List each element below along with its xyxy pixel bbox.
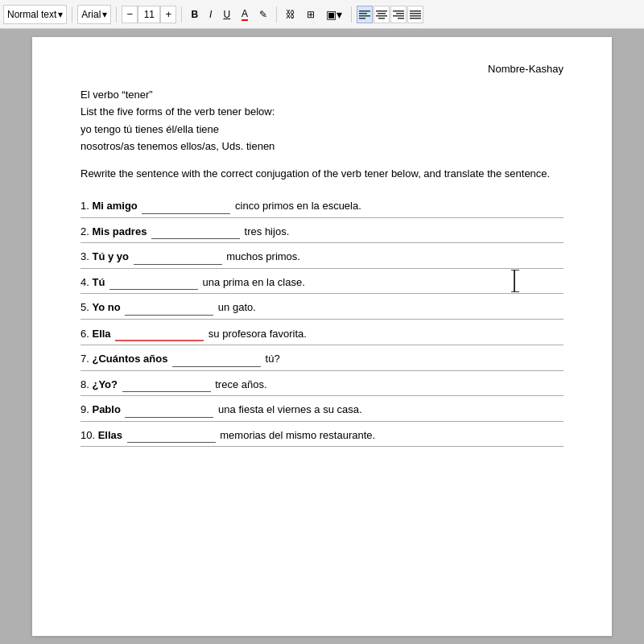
item-rest: una prima en la clase. [200,276,305,288]
divider-4 [276,6,277,23]
item-number: 7. [80,353,92,365]
font-label: Arial [81,9,101,20]
font-size-control: − 11 + [122,6,176,23]
image-icon: ▣ [326,8,336,21]
item-number: 5. [80,301,92,313]
font-size-decrease[interactable]: − [122,6,138,23]
answer-blank[interactable] [125,299,213,316]
doc-subtitle: List the five forms of the verb tener be… [80,104,564,120]
answer-blank[interactable] [142,197,230,214]
style-selector[interactable]: Normal text ▾ [3,5,67,24]
answer-blank[interactable] [122,376,211,393]
svg-rect-8 [393,10,404,12]
svg-rect-3 [359,18,365,19]
font-dropdown-icon[interactable]: ▾ [102,9,107,20]
list-item: 2. Mis padres tres hijos. [80,218,564,244]
item-rest: un gato. [215,301,256,313]
toolbar: Normal text ▾ Arial ▾ − 11 + B I U A ✎ ⛓… [0,0,644,29]
item-rest: su profesora favorita. [205,328,307,340]
item-subject: Mis padres [92,225,150,237]
nombre-field: Nombre-Kashay [80,61,564,77]
item-number: 4. [80,276,92,288]
item-number: 3. [80,250,92,262]
svg-rect-1 [359,13,367,14]
align-center-icon [376,10,387,19]
item-subject: Tú [92,276,108,288]
item-rest: muchos primos. [224,250,300,262]
answer-blank[interactable] [172,350,261,367]
align-left-icon [359,10,370,19]
divider-1 [72,6,72,23]
pen-tool-button[interactable]: ✎ [255,6,271,23]
svg-rect-7 [378,18,385,19]
item-rest: memorias del mismo restaurante. [217,429,376,441]
link-button[interactable]: ⛓ [282,6,299,23]
image-button[interactable]: ▣▾ [322,6,346,23]
image-dropdown-icon[interactable]: ▾ [336,8,342,21]
list-item: 7. ¿Cuántos años tú? [80,345,564,371]
font-size-value[interactable]: 11 [138,6,160,23]
page[interactable]: Nombre-Kashay El verbo “tener” List the … [32,37,612,636]
divider-5 [351,6,352,23]
item-subject: Ella [92,328,114,340]
font-selector[interactable]: Arial ▾ [77,5,111,24]
exercises-list: 1. Mi amigo cinco primos en la escuela.2… [80,192,564,447]
divider-2 [116,6,117,23]
align-group [357,6,423,23]
item-number: 10. [80,429,98,441]
svg-rect-12 [410,10,421,12]
item-rest: trece años. [213,378,267,390]
font-color-label: A [242,8,248,21]
answer-blank[interactable] [109,274,198,291]
font-size-increase[interactable]: + [160,6,176,23]
align-left-button[interactable] [357,6,373,23]
item-number: 6. [80,328,92,340]
item-rest: una fiesta el viernes a su casa. [215,403,361,415]
item-rest: cinco primos en la escuela. [232,200,361,212]
list-item: 6. Ella su profesora favorita. [80,320,564,346]
list-item: 10. Ellas memorias del mismo restaurante… [80,422,564,448]
align-right-button[interactable] [390,6,407,23]
item-subject: Tú y yo [92,250,131,262]
svg-rect-15 [410,18,421,19]
underline-button[interactable]: U [219,6,234,23]
verb-forms-line2: nosotros/as tenemos ellos/as, Uds. tiene… [80,138,564,155]
instructions-text: Rewrite the sentence with the correct co… [80,166,564,182]
italic-button[interactable]: I [205,6,216,23]
answer-blank[interactable] [127,427,216,444]
answer-blank[interactable] [151,223,240,240]
item-number: 2. [80,225,92,237]
divider-3 [181,6,182,23]
table-button[interactable]: ⊞ [303,6,319,23]
align-center-button[interactable] [374,6,390,23]
svg-rect-4 [376,10,387,12]
svg-rect-10 [393,15,404,17]
list-item: 9. Pablo una fiesta el viernes a su casa… [80,396,564,422]
item-subject: Pablo [92,403,123,415]
item-number: 8. [80,378,92,390]
align-justify-button[interactable] [407,6,423,23]
bold-button[interactable]: B [187,6,202,23]
answer-blank[interactable] [115,324,204,342]
svg-rect-2 [359,15,370,17]
font-color-button[interactable]: A [237,6,252,23]
answer-blank[interactable] [134,248,222,265]
align-right-icon [393,10,404,19]
item-subject: ¿Cuántos años [92,353,171,365]
document-area: Nombre-Kashay El verbo “tener” List the … [0,29,644,644]
style-dropdown-icon[interactable]: ▾ [58,9,63,20]
item-subject: Yo no [92,301,123,313]
svg-rect-0 [359,10,370,12]
svg-rect-11 [398,18,404,19]
svg-rect-5 [378,13,386,14]
item-subject: Ellas [98,429,126,441]
item-number: 1. [80,200,92,212]
list-item: 4. Tú una prima en la clase. [80,269,564,295]
item-subject: Mi amigo [92,200,140,212]
answer-blank[interactable] [125,401,213,418]
svg-rect-14 [410,15,421,17]
item-number: 9. [80,403,92,415]
verb-forms-line1: yo tengo tú tienes él/ella tiene [80,122,564,138]
doc-title: El verbo “tener” [80,87,564,103]
text-cursor [514,270,515,292]
